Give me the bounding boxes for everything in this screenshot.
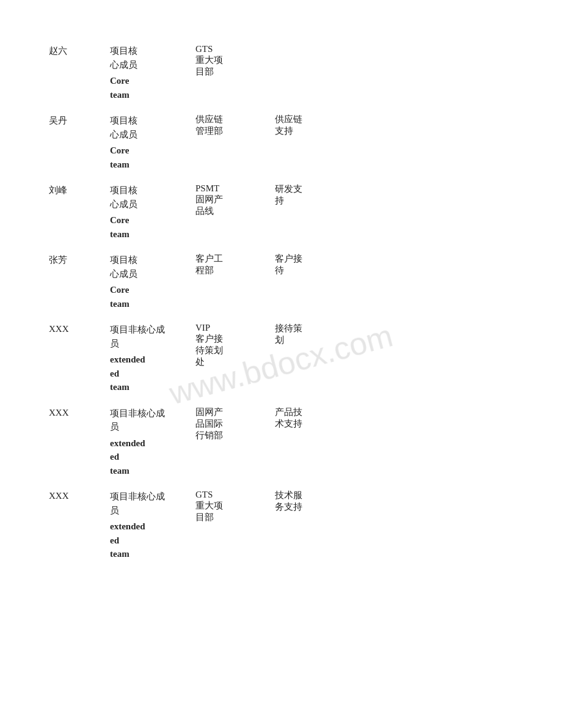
col-resp: 供应链支持 [275,114,342,137]
col-role: 项目核心成员Coreteam [110,44,195,101]
col-role: 项目核心成员Coreteam [110,253,195,311]
col-role: 项目核心成员Coreteam [110,183,195,241]
col-role: 项目非核心成员extendededteam [110,406,195,478]
table-row: 张芳项目核心成员Coreteam客户工程部客户接待 [49,246,513,315]
col-dept: GTS重大项目部 [195,44,275,78]
table-container: 赵六项目核心成员CoreteamGTS重大项目部吴丹项目核心成员Coreteam… [49,37,513,566]
table-row: XXX项目非核心成员extendededteamVIP客户接待策划处接待策划 [49,315,513,399]
col-name: 张芳 [49,253,110,266]
table-row: 吴丹项目核心成员Coreteam供应链管理部供应链支持 [49,106,513,176]
col-role: 项目非核心成员extendededteam [110,490,195,561]
col-dept: GTS重大项目部 [195,490,275,523]
table-row: 刘峰项目核心成员CoreteamPSMT固网产品线研发支持 [49,176,513,246]
col-name: XXX [49,406,110,418]
col-resp: 接待策划 [275,323,342,346]
col-name: 吴丹 [49,114,110,127]
col-name: 刘峰 [49,183,110,196]
col-name: XXX [49,490,110,501]
col-dept: PSMT固网产品线 [195,183,275,217]
col-name: 赵六 [49,44,110,57]
table-row: XXX项目非核心成员extendededteam固网产品国际行销部产品技术支持 [49,399,513,483]
col-name: XXX [49,323,110,334]
col-resp: 产品技术支持 [275,406,342,430]
col-dept: 固网产品国际行销部 [195,406,275,441]
col-dept: VIP客户接待策划处 [195,323,275,368]
col-dept: 供应链管理部 [195,114,275,137]
col-resp: 技术服务支持 [275,490,342,513]
col-role: 项目非核心成员extendededteam [110,323,195,394]
col-resp: 研发支持 [275,183,342,207]
col-resp: 客户接待 [275,253,342,276]
col-dept: 客户工程部 [195,253,275,276]
table-row: XXX项目非核心成员extendededteamGTS重大项目部技术服务支持 [49,482,513,566]
col-role: 项目核心成员Coreteam [110,114,195,171]
table-row: 赵六项目核心成员CoreteamGTS重大项目部 [49,37,513,106]
